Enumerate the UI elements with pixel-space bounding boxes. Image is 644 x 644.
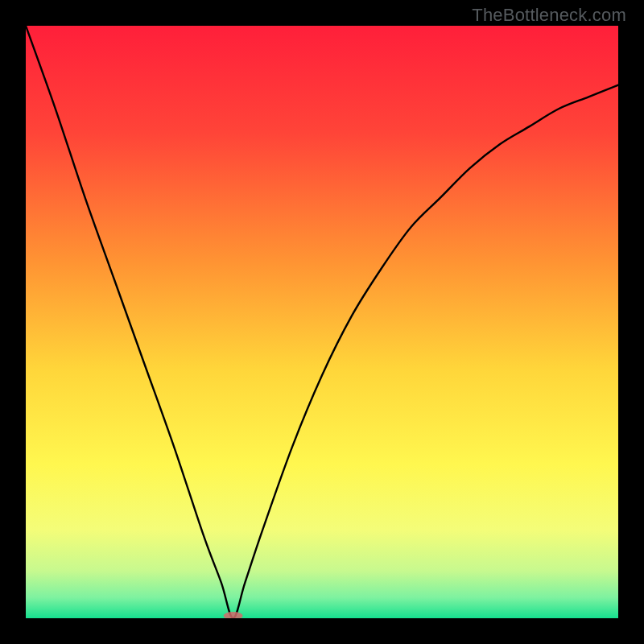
gradient-background bbox=[26, 26, 618, 618]
plot-frame bbox=[26, 26, 618, 618]
bottleneck-chart bbox=[26, 26, 618, 618]
watermark-text: TheBottleneck.com bbox=[472, 5, 626, 26]
